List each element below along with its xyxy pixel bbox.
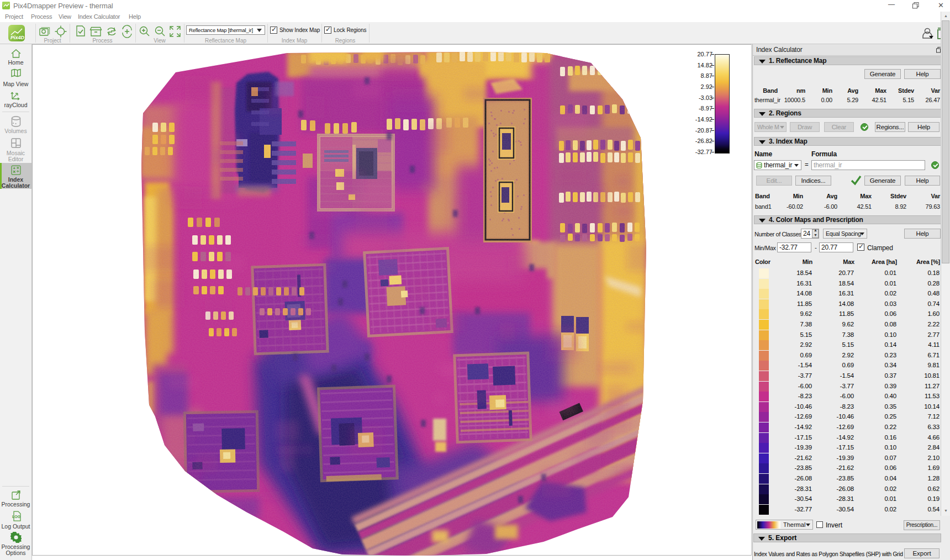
svg-text:Pix4D: Pix4D	[10, 35, 25, 40]
svg-text:LOG: LOG	[12, 515, 21, 519]
